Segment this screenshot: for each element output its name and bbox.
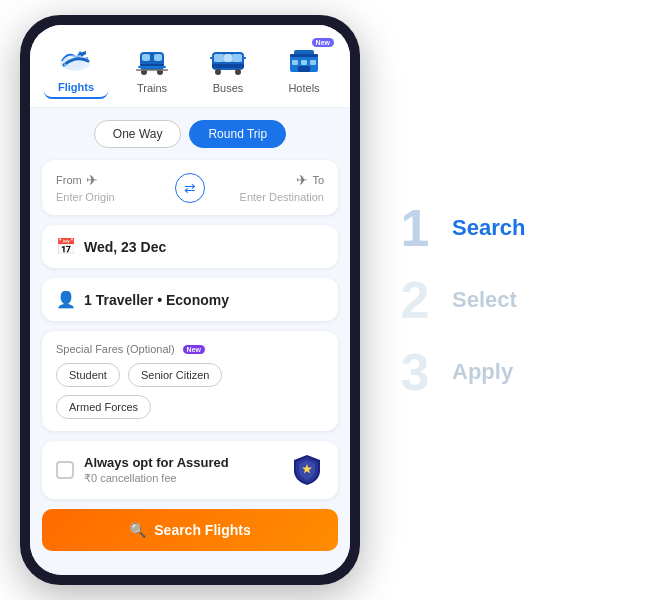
special-fares-label-text: Special Fares (Optional) [56,343,175,355]
fares-chips: Student Senior Citizen Armed Forces [56,363,324,419]
svg-rect-20 [310,60,316,65]
svg-rect-10 [214,54,224,62]
special-fares-card: Special Fares (Optional) New Student Sen… [42,331,338,431]
svg-rect-21 [298,66,310,72]
assured-checkbox[interactable] [56,461,74,479]
svg-rect-22 [290,54,318,57]
assured-title: Always opt for Assured [84,455,280,470]
tab-hotels-label: Hotels [288,82,319,94]
step-2-item: 2 Select [390,274,640,326]
assured-row[interactable]: Always opt for Assured ₹0 cancellation f… [42,441,338,499]
svg-rect-18 [292,60,298,65]
swap-icon: ⇄ [184,180,196,196]
date-value: Wed, 23 Dec [84,239,166,255]
calendar-icon: 📅 [56,237,76,256]
special-fares-header: Special Fares (Optional) New [56,343,324,355]
trip-type-selector: One Way Round Trip [42,120,338,148]
svg-point-13 [215,69,221,75]
tab-flights[interactable]: Flights [44,37,108,99]
from-to-row: From ✈ Enter Origin ⇄ ✈ To [56,172,324,203]
plane-depart-icon: ✈ [86,172,98,188]
hotels-icon [282,42,326,78]
armed-forces-fare-chip[interactable]: Armed Forces [56,395,151,419]
from-placeholder: Enter Origin [56,191,167,203]
content-area: One Way Round Trip From ✈ Enter Origin [30,108,350,575]
step-1-number: 1 [390,202,440,254]
date-card[interactable]: 📅 Wed, 23 Dec [42,225,338,268]
from-text: From [56,174,82,186]
traveller-row: 👤 1 Traveller • Economy [56,290,324,309]
traveller-value: 1 Traveller • Economy [84,292,229,308]
svg-rect-11 [232,54,242,62]
svg-rect-12 [212,64,244,68]
step-3-label: Apply [452,359,513,385]
hotels-new-badge: New [312,38,334,47]
from-section[interactable]: From ✈ Enter Origin [56,172,167,203]
swap-button[interactable]: ⇄ [175,173,205,203]
person-icon: 👤 [56,290,76,309]
svg-rect-8 [138,66,166,68]
svg-rect-3 [142,54,150,61]
tab-buses-label: Buses [213,82,244,94]
nav-tabs: Flights [30,25,350,108]
svg-rect-19 [301,60,307,65]
assured-text-block: Always opt for Assured ₹0 cancellation f… [84,455,280,485]
plane-arrive-icon: ✈ [296,172,308,188]
date-row: 📅 Wed, 23 Dec [56,237,324,256]
svg-rect-15 [224,54,232,62]
search-flights-button[interactable]: 🔍 Search Flights [42,509,338,551]
phone-screen: Flights [30,25,350,575]
student-fare-chip[interactable]: Student [56,363,120,387]
one-way-button[interactable]: One Way [94,120,182,148]
step-2-label: Select [452,287,517,313]
trains-icon [130,42,174,78]
phone-shell: Flights [20,15,360,585]
to-text: To [312,174,324,186]
step-1-label: Search [452,215,525,241]
step-2-number: 2 [390,274,440,326]
flights-icon [54,41,98,77]
step-3-number: 3 [390,346,440,398]
search-button-icon: 🔍 [129,522,146,538]
tab-hotels[interactable]: New Hotels [272,38,336,98]
round-trip-button[interactable]: Round Trip [189,120,286,148]
search-button-label: Search Flights [154,522,250,538]
tab-buses[interactable]: Buses [196,38,260,98]
steps-section: 1 Search 2 Select 3 Apply [360,182,660,418]
step-3-item: 3 Apply [390,346,640,398]
buses-icon [206,42,250,78]
svg-point-14 [235,69,241,75]
tab-trains[interactable]: Trains [120,38,184,98]
assured-shield-icon [290,453,324,487]
to-section[interactable]: ✈ To Enter Destination [213,172,324,203]
to-placeholder: Enter Destination [213,191,324,203]
tab-trains-label: Trains [137,82,167,94]
senior-citizen-fare-chip[interactable]: Senior Citizen [128,363,222,387]
step-1-item: 1 Search [390,202,640,254]
from-to-card: From ✈ Enter Origin ⇄ ✈ To [42,160,338,215]
to-label: ✈ To [213,172,324,188]
assured-subtitle: ₹0 cancellation fee [84,472,280,485]
special-fares-new-badge: New [183,345,205,354]
svg-rect-4 [154,54,162,61]
from-label: From ✈ [56,172,167,188]
tab-flights-label: Flights [58,81,94,93]
traveller-card[interactable]: 👤 1 Traveller • Economy [42,278,338,321]
